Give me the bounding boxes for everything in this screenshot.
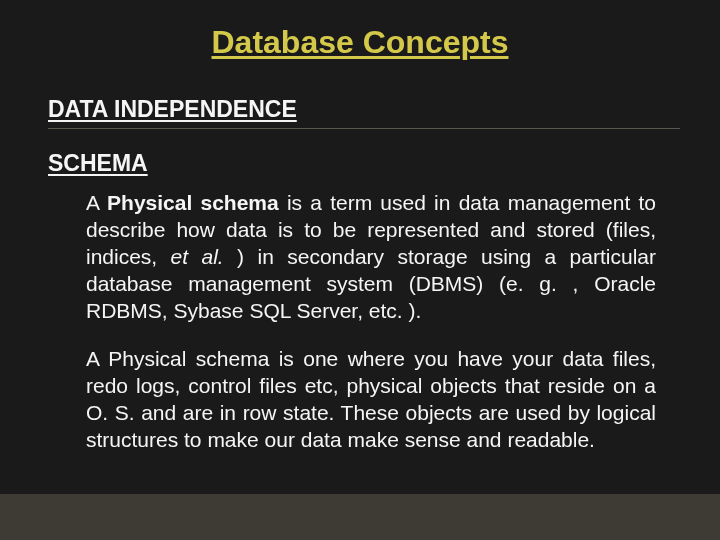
slide-title: Database Concepts bbox=[0, 24, 720, 61]
paragraph-1: A Physical schema is a term used in data… bbox=[86, 190, 656, 324]
body-text: A Physical schema is a term used in data… bbox=[86, 190, 656, 454]
horizontal-rule bbox=[48, 128, 680, 129]
p1-bold-term: Physical schema bbox=[107, 191, 279, 214]
subheading-schema: SCHEMA bbox=[48, 150, 148, 177]
slide: Database Concepts DATA INDEPENDENCE SCHE… bbox=[0, 0, 720, 540]
p1-italic: et al. bbox=[171, 245, 224, 268]
subheading-data-independence: DATA INDEPENDENCE bbox=[48, 96, 297, 123]
footer-bar bbox=[0, 494, 720, 540]
p1-lead-a: A bbox=[86, 191, 107, 214]
paragraph-2: A Physical schema is one where you have … bbox=[86, 346, 656, 454]
